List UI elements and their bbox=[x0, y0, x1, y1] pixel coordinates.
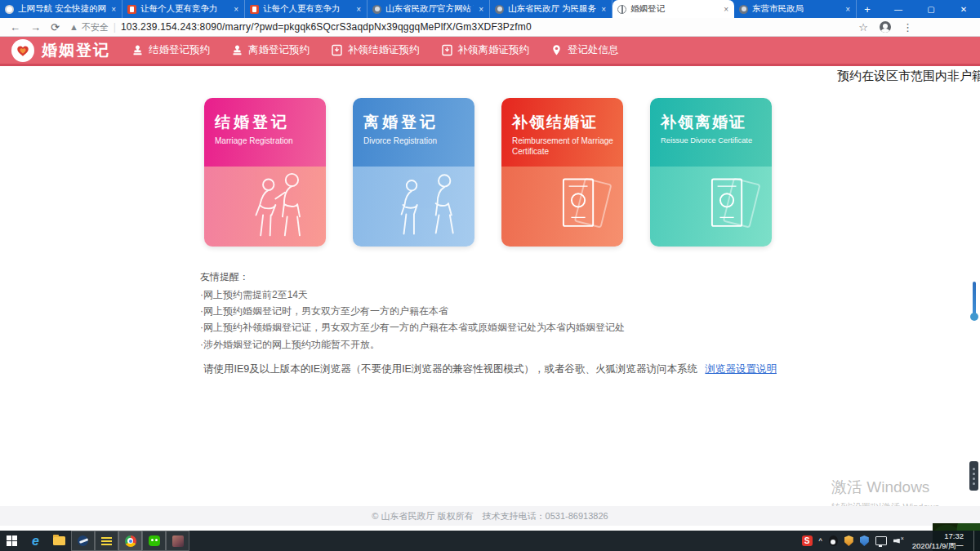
card-reissue-marriage-certificate[interactable]: 补领结婚证 Reimbursement of Marriage Certific… bbox=[501, 98, 623, 247]
omnibox[interactable]: ▲ 不安全 | 103.239.154.243:8090/marry/?pwd=… bbox=[69, 21, 532, 33]
tab-title: 山东省民政厅官方网站 下载专区 bbox=[385, 3, 474, 15]
taskbar-clock[interactable]: 17:32 2020/11/9/周一 bbox=[909, 531, 967, 550]
tab-marriage-registration-active[interactable]: 婚姻登记 × bbox=[612, 0, 734, 18]
tab-title: 东营市民政局 bbox=[752, 3, 840, 15]
tab-title: 让每个人更有竞争力 bbox=[263, 3, 351, 15]
reload-icon[interactable]: ⟳ bbox=[51, 22, 60, 33]
browser-settings-link[interactable]: 浏览器设置说明 bbox=[705, 363, 777, 375]
browser-menu-icon[interactable]: ⋮ bbox=[902, 22, 913, 33]
reminder-line: ·网上预约需提前2至14天 bbox=[200, 290, 625, 300]
taskbar-browser-app-icon[interactable] bbox=[71, 531, 95, 551]
tab-title: 上网导航 安全快捷的网址大全 bbox=[18, 3, 106, 15]
couple-apart-icon bbox=[391, 171, 470, 242]
divorce-certificate-icon bbox=[688, 171, 767, 242]
tab-close-icon[interactable]: × bbox=[233, 5, 239, 14]
card-title: 补领结婚证 bbox=[512, 112, 615, 133]
card-header: 离婚登记 Divorce Registration bbox=[353, 98, 474, 167]
tab-dongying-civil[interactable]: 东营市民政局 × bbox=[734, 0, 857, 18]
scroll-indicator[interactable] bbox=[973, 282, 976, 314]
url-text[interactable]: 103.239.154.243:8090/marry/?pwd=pkgqk6SQ… bbox=[121, 21, 532, 33]
not-secure-label: 不安全 bbox=[82, 21, 109, 33]
tab-close-icon[interactable]: × bbox=[355, 5, 362, 14]
omnibox-separator: | bbox=[114, 21, 116, 33]
nav-item-label: 结婚登记预约 bbox=[149, 43, 210, 57]
nav-item-label: 登记处信息 bbox=[568, 43, 619, 57]
warning-triangle-icon: ▲ bbox=[69, 22, 78, 32]
globe-favicon bbox=[617, 5, 626, 14]
tab-shandong-service[interactable]: 山东省民政厅 为民服务 × bbox=[490, 0, 612, 18]
card-subtitle: Divorce Registration bbox=[363, 136, 466, 146]
qq-icon[interactable] bbox=[829, 535, 838, 546]
tab-competitive-1[interactable]: 让每个人更有竞争力 × bbox=[122, 0, 245, 18]
tab-close-icon[interactable]: × bbox=[844, 5, 851, 14]
window-close-button[interactable]: ✕ bbox=[947, 0, 980, 18]
not-secure-warning: ▲ 不安全 bbox=[69, 21, 109, 33]
card-divorce-registration[interactable]: 离婚登记 Divorce Registration bbox=[353, 98, 474, 247]
tab-favicon bbox=[372, 5, 381, 14]
nav-item-registry-info[interactable]: 登记处信息 bbox=[550, 43, 619, 57]
tab-competitive-2[interactable]: 让每个人更有竞争力 × bbox=[245, 0, 368, 18]
nav-item-divorce-appointment[interactable]: 离婚登记预约 bbox=[231, 43, 310, 57]
system-tray: S ^ × 17:32 2020/11/9/周一 bbox=[802, 531, 980, 551]
tab-title: 山东省民政厅 为民服务 bbox=[508, 3, 596, 15]
bookmark-star-icon[interactable]: ☆ bbox=[858, 22, 868, 33]
certificate-icon bbox=[331, 44, 343, 56]
taskbar-ie-icon[interactable]: e bbox=[24, 531, 47, 551]
window-minimize-button[interactable]: — bbox=[882, 0, 915, 18]
card-subtitle: Marriage Registration bbox=[215, 136, 318, 146]
tab-nav-site[interactable]: 上网导航 安全快捷的网址大全 × bbox=[0, 0, 122, 18]
nav-item-reissue-marriage-cert[interactable]: 补领结婚证预约 bbox=[331, 43, 420, 57]
nav-item-label: 补领离婚证预约 bbox=[458, 43, 530, 57]
taskbar-wechat-icon[interactable] bbox=[142, 531, 166, 551]
reminder-title: 友情提醒： bbox=[200, 270, 625, 284]
card-header: 补领结婚证 Reimbursement of Marriage Certific… bbox=[501, 98, 623, 167]
tab-title: 婚姻登记 bbox=[630, 3, 719, 15]
network-display-icon[interactable] bbox=[875, 536, 887, 545]
nav-item-reissue-divorce-cert[interactable]: 补领离婚证预约 bbox=[441, 43, 530, 57]
card-art bbox=[650, 167, 772, 247]
tab-favicon bbox=[739, 5, 748, 14]
address-bar: ← → ⟳ ▲ 不安全 | 103.239.154.243:8090/marry… bbox=[0, 18, 980, 37]
profile-avatar-icon[interactable] bbox=[880, 21, 891, 33]
forward-icon[interactable]: → bbox=[30, 22, 41, 33]
tab-favicon bbox=[250, 5, 259, 14]
tab-shandong-download[interactable]: 山东省民政厅官方网站 下载专区 × bbox=[368, 0, 490, 18]
card-art bbox=[353, 167, 474, 247]
nav-item-label: 补领结婚证预约 bbox=[348, 43, 420, 57]
site-nav-bar: 婚姻登记 结婚登记预约 离婚登记预约 补领结婚证预约 bbox=[0, 37, 980, 66]
tray-expand-icon[interactable]: ^ bbox=[819, 537, 822, 545]
tab-close-icon[interactable]: × bbox=[110, 5, 117, 14]
tab-close-icon[interactable]: × bbox=[478, 5, 484, 14]
taskbar-notes-app-icon[interactable] bbox=[95, 531, 118, 551]
pen-toolbar[interactable] bbox=[969, 461, 978, 491]
show-desktop-button[interactable] bbox=[973, 531, 978, 551]
window-maximize-button[interactable]: ▢ bbox=[915, 0, 947, 18]
tab-close-icon[interactable]: × bbox=[723, 5, 729, 14]
security-shield-blue-icon[interactable] bbox=[860, 535, 869, 546]
card-subtitle: Reimbursement of Marriage Certificate bbox=[512, 136, 615, 157]
site-brand[interactable]: 婚姻登记 bbox=[11, 39, 110, 62]
nav-item-marriage-appointment[interactable]: 结婚登记预约 bbox=[131, 43, 210, 57]
windows-logo-icon bbox=[7, 535, 17, 546]
security-shield-yellow-icon[interactable] bbox=[844, 535, 853, 546]
browser-compatibility-notice: 请使用IE9及以上版本的IE浏览器（不要使用IE浏览器的兼容性视图模式），或者谷… bbox=[0, 362, 980, 376]
taskbar-media-app-icon[interactable] bbox=[166, 531, 189, 551]
windows-taskbar: e S ^ × 17:32 2020/11/9/周一 bbox=[0, 531, 980, 551]
stamp-icon bbox=[131, 44, 144, 56]
new-tab-button[interactable]: + bbox=[857, 0, 878, 18]
notice-text: 请使用IE9及以上版本的IE浏览器（不要使用IE浏览器的兼容性视图模式），或者谷… bbox=[203, 363, 697, 375]
card-reissue-divorce-certificate[interactable]: 补领离婚证 Reissue Divorce Certificate bbox=[650, 98, 772, 247]
address-bar-actions: ☆ ⋮ bbox=[858, 21, 970, 33]
taskbar-file-explorer-icon[interactable] bbox=[47, 531, 71, 551]
taskbar-chrome-icon[interactable] bbox=[118, 531, 142, 551]
card-header: 结婚登记 Marriage Registration bbox=[204, 98, 326, 167]
sogou-input-icon[interactable]: S bbox=[802, 535, 813, 546]
volume-muted-icon[interactable]: × bbox=[893, 537, 902, 545]
start-button[interactable] bbox=[0, 531, 24, 551]
back-icon[interactable]: ← bbox=[10, 22, 20, 33]
stamp-icon bbox=[231, 44, 243, 56]
card-marriage-registration[interactable]: 结婚登记 Marriage Registration bbox=[204, 98, 326, 247]
tab-close-icon[interactable]: × bbox=[600, 5, 607, 14]
tab-title: 让每个人更有竞争力 bbox=[140, 3, 229, 15]
reminder-line: ·网上预约补领婚姻登记证，男女双方至少有一方的户籍在本省或原婚姻登记处为本省内婚… bbox=[200, 322, 625, 333]
